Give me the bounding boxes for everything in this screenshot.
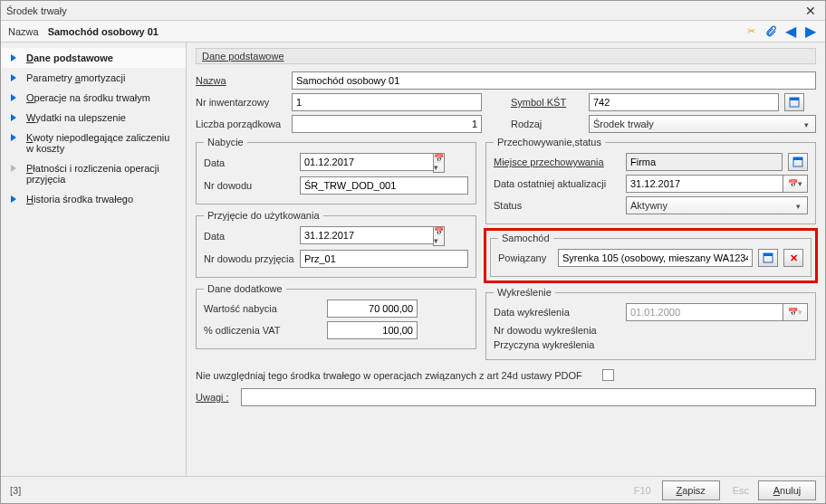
miejsce-input[interactable]	[626, 153, 783, 171]
rodzaj-value: Środek trwały	[593, 119, 654, 129]
rodzaj-dropdown[interactable]: Środek trwały ▾	[589, 115, 816, 133]
powiazany-clear-button[interactable]: ✕	[783, 249, 803, 267]
wartosc-input[interactable]	[327, 300, 418, 318]
uwagi-input[interactable]	[241, 388, 816, 406]
powiazany-lookup-button[interactable]	[758, 249, 778, 267]
liczba-input[interactable]	[292, 115, 482, 133]
powiazany-input[interactable]	[558, 249, 753, 267]
esc-hint: Esc	[733, 485, 749, 496]
wykreslenie-group: Wykreślenie Data wykreślenia 📅▾ Nr dowod…	[485, 287, 816, 360]
header-tools: ✂ ◀ ▶	[744, 24, 818, 39]
sidebar-item-operacje[interactable]: Operacje na środku trwałym	[1, 88, 186, 108]
dataakt-input[interactable]	[626, 175, 783, 193]
przyjecie-data-input[interactable]	[300, 226, 433, 244]
przyjecie-legend: Przyjęcie do użytkowania	[204, 210, 323, 221]
triangle-icon	[11, 54, 16, 62]
miejsce-label: Miejsce przechowywania	[494, 157, 620, 167]
section-title: Dane podstawowe	[196, 48, 816, 64]
sidebar-item-label: Wydatki na ulepszenie	[26, 112, 126, 123]
sidebar-item-label: Historia środka trwałego	[26, 194, 133, 204]
symbol-input[interactable]	[589, 93, 779, 111]
nazwa-input[interactable]	[292, 71, 816, 90]
scissors-icon[interactable]: ✂	[744, 24, 758, 39]
symbol-label: Symbol KŚT	[511, 97, 583, 108]
exclude-checkbox[interactable]	[602, 369, 614, 381]
nabycie-nrdow-label: Nr dowodu	[204, 180, 294, 191]
sidebar-item-label: Operacje na środku trwałym	[26, 92, 150, 103]
triangle-icon	[11, 195, 16, 203]
nabycie-legend: Nabycie	[204, 137, 247, 147]
close-icon[interactable]: ✕	[802, 3, 820, 19]
calendar-icon: 📅▾	[783, 303, 808, 321]
wyk-przyczyna-label: Przyczyna wykreślenia	[494, 339, 620, 350]
sidebar-item-platnosci[interactable]: Płatności i rozliczenia operacji przyjęc…	[1, 158, 186, 189]
calendar-icon[interactable]: 📅▾	[433, 226, 445, 246]
svg-rect-5	[764, 253, 773, 256]
sidebar-item-dane-podstawowe[interactable]: Dane podstawowe	[1, 48, 186, 68]
nabycie-group: Nabycie Data 📅▾ Nr dowodu	[196, 137, 476, 204]
attachment-icon[interactable]	[764, 24, 778, 39]
sidebar-item-label: Kwoty niepodlegające zaliczeniu w koszty	[26, 132, 169, 154]
triangle-icon	[11, 74, 16, 81]
nabycie-nrdow-input[interactable]	[300, 176, 468, 195]
prev-record-icon[interactable]: ◀	[783, 24, 798, 39]
footer: [3] F10 Zapisz Esc Anuluj	[1, 476, 825, 503]
status-value: Aktywny	[630, 200, 668, 211]
nabycie-data-input[interactable]	[300, 153, 433, 171]
liczba-label: Liczba porządkowa	[196, 119, 286, 129]
cancel-button[interactable]: Anuluj	[758, 480, 816, 500]
sidebar-item-kwoty[interactable]: Kwoty niepodlegające zaliczeniu w koszty	[1, 128, 186, 158]
uwagi-label: Uwagi :	[196, 392, 235, 403]
chevron-down-icon: ▾	[792, 200, 804, 213]
przyjecie-nrdow-input[interactable]	[300, 250, 468, 268]
content: Dane podstawowe Nazwa Nr inwentarzowy Sy…	[187, 43, 825, 476]
symbol-lookup-button[interactable]	[784, 93, 804, 111]
samochod-legend: Samochód	[498, 233, 553, 243]
miejsce-lookup-button[interactable]	[788, 153, 808, 171]
wartosc-label: Wartość nabycia	[204, 303, 322, 314]
nrinw-input[interactable]	[292, 93, 482, 111]
przyjecie-nrdow-label: Nr dowodu przyjęcia	[204, 253, 294, 264]
przechow-group: Przechowywanie,status Miejsce przechowyw…	[485, 137, 816, 224]
wyk-data-label: Data wykreślenia	[494, 307, 620, 318]
next-record-icon[interactable]: ▶	[803, 24, 818, 39]
nrinw-label: Nr inwentarzowy	[196, 97, 286, 108]
window: Środek trwały ✕ Nazwa Samochód osobowy 0…	[0, 0, 826, 504]
wyk-data-input	[626, 303, 783, 321]
sidebar-item-wydatki[interactable]: Wydatki na ulepszenie	[1, 108, 186, 128]
sidebar-item-label: Parametry amortyzacji	[26, 72, 125, 83]
header-value: Samochód osobowy 01	[48, 26, 744, 37]
dodatkowe-legend: Dane dodatkowe	[204, 283, 286, 294]
status-label: Status	[494, 200, 620, 211]
przechow-legend: Przechowywanie,status	[494, 137, 605, 147]
vat-label: % odliczenia VAT	[204, 325, 322, 336]
samochod-highlight: Samochód Powiązany ✕	[484, 228, 818, 283]
exclude-label: Nie uwzględniaj tego środka trwałego w o…	[196, 370, 582, 381]
sidebar-item-label: Dane podstawowe	[26, 52, 113, 63]
samochod-group: Samochód Powiązany ✕	[490, 233, 812, 277]
save-button[interactable]: Zapisz	[662, 480, 720, 500]
wyk-nrdow-label: Nr dowodu wykreślenia	[494, 325, 620, 336]
titlebar: Środek trwały ✕	[1, 1, 825, 21]
calendar-icon[interactable]: 📅▾	[783, 175, 808, 193]
triangle-icon	[11, 134, 16, 141]
rodzaj-label: Rodzaj	[511, 119, 583, 129]
body: Dane podstawowe Parametry amortyzacji Op…	[1, 43, 825, 476]
sidebar-item-parametry-amortyzacji[interactable]: Parametry amortyzacji	[1, 68, 186, 88]
f10-hint: F10	[634, 485, 651, 496]
header-label: Nazwa	[8, 26, 39, 37]
triangle-icon	[11, 114, 16, 121]
przyjecie-data-label: Data	[204, 231, 294, 242]
status-dropdown[interactable]: Aktywny ▾	[626, 196, 808, 214]
sidebar-item-historia[interactable]: Historia środka trwałego	[1, 189, 186, 209]
triangle-icon	[11, 94, 16, 101]
window-title: Środek trwały	[6, 5, 802, 16]
svg-rect-3	[793, 157, 802, 160]
vat-input[interactable]	[327, 321, 418, 339]
calendar-icon[interactable]: 📅▾	[433, 153, 445, 173]
sidebar-item-label: Płatności i rozliczenia operacji przyjęc…	[26, 163, 159, 185]
nabycie-data-label: Data	[204, 157, 294, 168]
dataakt-label: Data ostatniej aktualizacji	[494, 178, 620, 189]
footer-left: [3]	[10, 485, 634, 496]
svg-rect-1	[790, 98, 799, 100]
